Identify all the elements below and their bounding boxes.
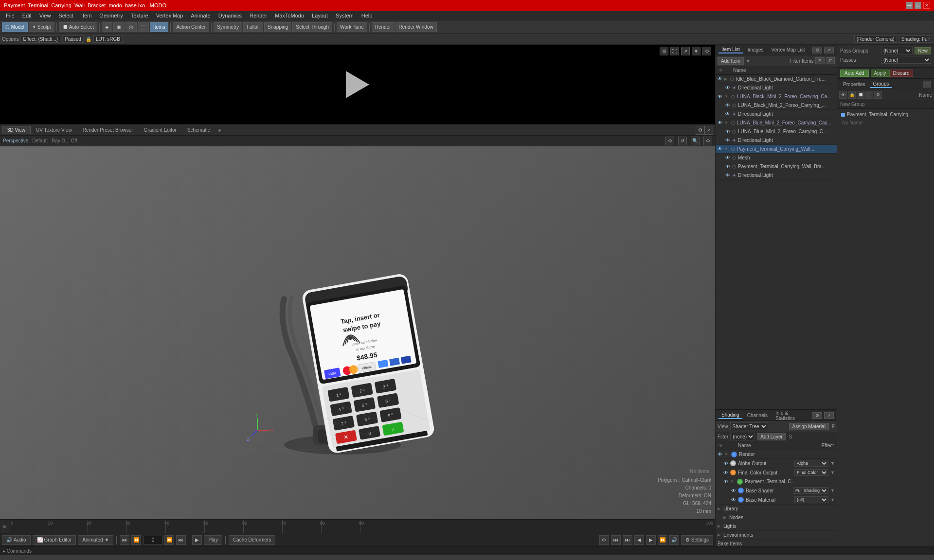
tab-shading[interactable]: Shading xyxy=(718,412,742,419)
snapping-button[interactable]: Snapping xyxy=(264,22,291,32)
animated-button[interactable]: Animated ▼ xyxy=(78,535,113,545)
groups-ctrl-2[interactable]: 🔒 xyxy=(848,91,856,99)
bottom-icon-7[interactable]: 🔊 xyxy=(669,535,679,545)
prev-frame-button[interactable]: ⏪ xyxy=(131,535,141,545)
items-button[interactable]: Items xyxy=(150,22,168,32)
shader-alpha[interactable]: 👁 Alpha Output Alpha ▼ xyxy=(716,459,837,468)
shading-value[interactable]: Shading: Full xyxy=(899,35,932,43)
tab-info-stats[interactable]: Info & Statistics xyxy=(772,410,808,421)
shading-settings-btn[interactable]: ⚙ xyxy=(812,412,822,419)
preview-more-button[interactable]: ▼ xyxy=(692,47,700,55)
vp-more[interactable]: ⚙ xyxy=(703,137,712,145)
eye-icon-12[interactable]: 👁 xyxy=(725,173,730,178)
menu-system[interactable]: System xyxy=(332,12,358,19)
shader-eye-2[interactable]: 👁 xyxy=(723,461,728,466)
item-dir-light-2[interactable]: 👁 ☀ Directional Light xyxy=(716,110,837,119)
base-shader-effect-select[interactable]: Full Shading xyxy=(793,487,828,494)
shader-final-color[interactable]: 👁 Final Color Output Final Color ▼ xyxy=(716,468,837,477)
tab-itemlist[interactable]: Item List xyxy=(718,46,743,53)
menu-maxtomodo[interactable]: MaxToModo xyxy=(271,12,308,19)
tab-vertexmaplist[interactable]: Vertex Map List xyxy=(769,47,808,53)
eye-icon-4[interactable]: 👁 xyxy=(725,103,730,108)
menu-geometry[interactable]: Geometry xyxy=(95,12,126,19)
shader-expand-1[interactable]: ▼ xyxy=(724,452,728,456)
falloff-button[interactable]: Falloff xyxy=(243,22,263,32)
tab-schematic[interactable]: Schematic xyxy=(182,126,216,134)
tab-uvtexture[interactable]: UV Texture View xyxy=(31,126,77,134)
passes-select[interactable]: (None) xyxy=(881,56,931,64)
render-button[interactable]: Render xyxy=(372,22,395,32)
bottom-icon-2[interactable]: ⏮ xyxy=(611,535,621,545)
menu-view[interactable]: View xyxy=(36,12,55,19)
pass-new-button[interactable]: New xyxy=(915,47,931,54)
group-payment-terminal[interactable]: Payment_Terminal_Carrying_... xyxy=(839,111,932,118)
filter-select[interactable]: (none) xyxy=(730,433,755,440)
preview-black[interactable] xyxy=(0,45,715,124)
add-item-button[interactable]: Add Item xyxy=(718,57,744,65)
tab-3dview[interactable]: 3D View xyxy=(2,126,31,134)
view-select[interactable]: Shader Tree xyxy=(730,422,768,430)
viewport-settings-btn[interactable]: ⚙ xyxy=(696,126,704,135)
shader-render[interactable]: 👁 ▼ Render xyxy=(716,450,837,459)
eye-icon-1[interactable]: 👁 xyxy=(718,76,722,82)
shader-expand-6[interactable]: ▶ xyxy=(718,533,720,537)
bottom-icon-5[interactable]: ▶ xyxy=(646,535,656,545)
auto-add-button[interactable]: Auto Add xyxy=(840,70,869,77)
base-material-effect-select[interactable]: (all) xyxy=(794,496,828,503)
item-payment-mesh[interactable]: 👁 ⬡ Mesh xyxy=(716,154,837,162)
bottom-icon-6[interactable]: ⏩ xyxy=(658,535,667,545)
frame-input[interactable] xyxy=(143,536,162,544)
settings-button[interactable]: ⚙ Settings xyxy=(681,535,713,545)
menu-help[interactable]: Help xyxy=(358,12,377,19)
audio-button[interactable]: 🔊 Audio xyxy=(2,535,31,545)
shader-expand-2[interactable]: ▼ xyxy=(730,479,734,484)
bottom-icon-3[interactable]: ⏭ xyxy=(623,535,632,545)
tab-groups[interactable]: Groups xyxy=(870,81,892,88)
eye-icon-5[interactable]: 👁 xyxy=(725,111,730,117)
item-payment-terminal[interactable]: 👁 ▼ ⬡ Payment_Terminal_Carrying_Wall... xyxy=(716,145,837,154)
filter-s-btn[interactable]: S xyxy=(815,57,824,64)
discard-button[interactable]: Discard xyxy=(890,70,913,77)
expand-arrow-4[interactable]: ▼ xyxy=(724,147,728,151)
tab-properties[interactable]: Properties xyxy=(840,81,868,88)
item-list-settings[interactable]: ⚙ xyxy=(812,47,822,53)
eye-icon-6[interactable]: 👁 xyxy=(718,120,722,125)
play-button[interactable]: Play xyxy=(204,535,222,545)
workplane-button[interactable]: WorkPlane xyxy=(337,22,367,32)
perspective-label[interactable]: Perspective xyxy=(3,138,28,143)
assign-material-button[interactable]: Assign Material xyxy=(789,423,829,430)
shader-bake-items[interactable]: Bake Items xyxy=(716,540,837,546)
shader-eye-1[interactable]: 👁 xyxy=(718,452,722,457)
tab-channels[interactable]: Channels xyxy=(744,412,771,419)
tab-renderpreset[interactable]: Render Preset Browser xyxy=(77,126,139,134)
viewport-maximize-btn[interactable]: ↗ xyxy=(704,126,713,135)
menu-select[interactable]: Select xyxy=(54,12,77,19)
effect-value[interactable]: Effect: (Shadi...) xyxy=(20,35,60,43)
eye-icon-9[interactable]: 👁 xyxy=(718,146,722,152)
menu-dynamics[interactable]: Dynamics xyxy=(215,12,246,19)
menu-item[interactable]: Item xyxy=(77,12,95,19)
groups-ctrl-1[interactable]: 👁 xyxy=(839,91,847,99)
item-list-expand[interactable]: ↗ xyxy=(824,47,834,53)
preview-extra-button[interactable]: ⚙ xyxy=(702,47,711,55)
groups-settings-btn[interactable]: + xyxy=(923,81,931,88)
shader-expand-3[interactable]: ▶ xyxy=(718,507,720,511)
menu-file[interactable]: File xyxy=(2,12,18,19)
shader-environments[interactable]: ▶ Environments xyxy=(716,531,837,540)
preview-zoom-button[interactable]: ⛶ xyxy=(670,47,679,55)
groups-ctrl-3[interactable]: 🔲 xyxy=(857,91,864,99)
bottom-icon-4[interactable]: ◀ xyxy=(634,535,644,545)
add-layer-button[interactable]: Add Layer xyxy=(757,433,786,440)
shader-library[interactable]: ▶ Library xyxy=(716,505,837,513)
shader-base-shader[interactable]: 👁 Base Shader Full Shading ▼ xyxy=(716,486,837,495)
shader-eye-4[interactable]: 👁 xyxy=(723,479,728,484)
shader-base-material[interactable]: 👁 Base Material (all) ▼ xyxy=(716,495,837,505)
preview-settings-button[interactable]: ⚙ xyxy=(660,47,668,55)
next-frame-button[interactable]: ⏩ xyxy=(164,535,174,545)
shader-lights[interactable]: ▶ Lights xyxy=(716,522,837,531)
play-pause-button[interactable]: ▶ xyxy=(192,535,202,545)
item-luna-black-mesh[interactable]: 👁 ⬡ LUNA_Black_Mini_2_Foreo_Carrying_... xyxy=(716,101,837,110)
skip-end-button[interactable]: ⏭ xyxy=(176,535,186,545)
eye-icon-11[interactable]: 👁 xyxy=(725,164,730,169)
vp-reset[interactable]: ↺ xyxy=(678,137,687,145)
